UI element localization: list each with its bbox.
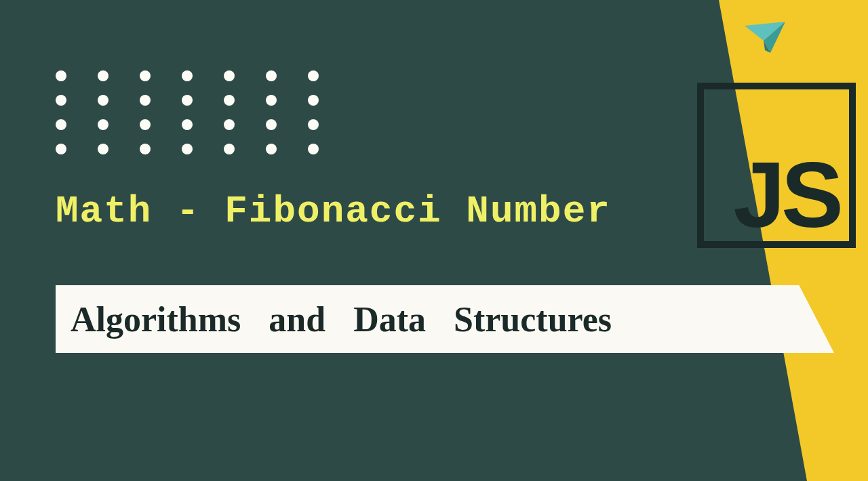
dot [182, 144, 193, 154]
dot [98, 70, 108, 81]
js-logo: JS [697, 83, 856, 248]
dot [182, 95, 193, 106]
dot [56, 119, 66, 130]
js-logo-text: JS [733, 155, 840, 234]
dot [224, 95, 235, 106]
dot [308, 119, 319, 130]
dot [266, 70, 277, 81]
dot [308, 95, 319, 106]
subtitle-text: Math - Fibonacci Number [56, 190, 611, 233]
title-banner: Algorithms and Data Structures [56, 285, 834, 353]
banner-text: Algorithms and Data Structures [71, 299, 612, 339]
dot [56, 70, 66, 81]
dot [224, 70, 235, 81]
dot [140, 95, 151, 106]
dot [308, 70, 319, 81]
dot [140, 70, 151, 81]
dot [224, 144, 235, 154]
dot [182, 119, 193, 130]
paper-plane-icon [743, 20, 787, 60]
dot [98, 119, 108, 130]
dot [98, 95, 108, 106]
dot [266, 95, 277, 106]
dot [266, 144, 277, 154]
dot [224, 119, 235, 130]
dot [140, 119, 151, 130]
dot [308, 144, 319, 154]
dot [140, 144, 151, 154]
dot [266, 119, 277, 130]
dot [98, 144, 108, 154]
dot [56, 144, 66, 154]
dot-grid [56, 70, 319, 154]
dot [182, 70, 193, 81]
dot [56, 95, 66, 106]
